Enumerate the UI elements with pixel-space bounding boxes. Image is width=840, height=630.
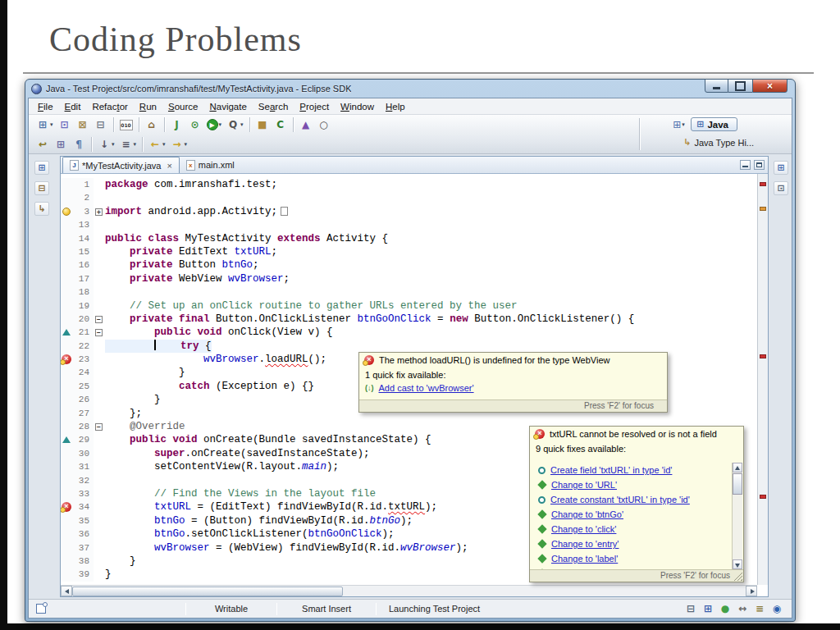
quick-fix-link[interactable]: Create field 'txtURL' in type 'id' [550,465,672,475]
external-tools-icon[interactable]: Q▾ [225,117,245,132]
update-icon[interactable]: ⌂ [144,117,160,132]
menu-help[interactable]: Help [380,100,411,113]
menu-edit[interactable]: Edit [59,100,87,113]
window-titlebar[interactable]: Java - Test Project/src/com/imranshafi/t… [25,80,795,98]
quick-fix-item[interactable]: (↓) Add cast to 'wvBrowser' [359,381,667,395]
dropdown-arrow-icon[interactable]: ▾ [112,141,115,148]
back-icon[interactable]: ←▾ [147,137,167,152]
fold-collapse-icon[interactable]: − [95,423,103,431]
scroll-up-icon[interactable] [733,463,742,472]
dropdown-arrow-icon[interactable]: ▾ [134,141,137,148]
dropdown-arrow-icon[interactable]: ▾ [185,141,188,148]
quick-fix-link[interactable]: Add cast to 'wvBrowser' [379,383,474,393]
debug-icon[interactable]: ⊙ [187,117,203,132]
quick-fix-item[interactable]: Change to 'btnGo' [532,507,732,522]
quick-fix-link[interactable]: Change to 'btnGo' [551,509,623,519]
fold-expand-icon[interactable]: + [95,208,103,216]
tab--mytestactivity-java[interactable]: J*MyTestActivity.java× [62,157,180,173]
dropdown-arrow-icon[interactable]: ▾ [219,121,222,128]
maximize-view-icon[interactable] [754,160,765,170]
quick-fix-link[interactable]: Create constant 'txtURL' in type 'id' [550,495,690,504]
menu-search[interactable]: Search [253,100,294,113]
sort-icon[interactable]: ↓▾ [96,137,116,152]
menu-navigate[interactable]: Navigate [203,100,252,113]
filter-icon[interactable]: ≡▾ [118,137,139,152]
run-icon[interactable]: ▶▾ [205,118,224,131]
scroll-down-icon[interactable] [733,559,742,569]
quick-fix-link[interactable]: Change to 'click' [551,524,616,534]
menu-refactor[interactable]: Refactor [86,100,133,113]
package-explorer-icon[interactable]: ⊟ [34,181,49,195]
close-button[interactable] [752,79,788,93]
menu-source[interactable]: Source [162,100,203,113]
java-type-hierarchy-button[interactable]: ↳ Java Type Hi... [683,137,754,148]
maximize-button[interactable] [728,79,752,93]
sync-icon[interactable]: ↔ [736,602,749,615]
scroll-left-icon[interactable] [61,586,72,596]
quick-fix-link[interactable]: Change to 'label' [551,554,618,564]
search-icon[interactable]: ○ [316,117,332,132]
quick-fix-item[interactable]: Change to 'URL' [532,477,732,492]
minimize-view-icon[interactable] [740,160,751,170]
new-class-icon[interactable]: C [272,117,289,132]
show-whitespace-icon[interactable]: ¶ [71,137,87,152]
quick-fix-item[interactable]: Create constant 'txtURL' in type 'id' [532,492,732,507]
scroll-right-icon[interactable] [746,586,757,596]
quick-fix-link[interactable]: Change to 'URL' [551,480,617,490]
dropdown-arrow-icon[interactable]: ▾ [240,121,244,128]
quick-fix-item[interactable]: Change to 'entry' [532,536,732,551]
forward-icon[interactable]: →▾ [169,137,189,152]
error-quickfix-icon[interactable] [62,502,71,512]
fold-collapse-icon[interactable]: − [95,316,103,323]
scroll-thumb[interactable] [72,587,343,596]
console-icon[interactable]: ⊞ [701,602,714,615]
minimize-button[interactable] [705,79,728,93]
annotation-marker[interactable] [760,354,766,358]
collapsed-region-icon[interactable] [281,207,288,216]
java-perspective-button[interactable]: ⊞ Java [691,117,737,131]
quick-fix-item[interactable]: Change to 'label' [532,551,732,566]
junit-icon[interactable]: J [169,117,185,132]
menu-window[interactable]: Window [335,100,380,113]
annotation-marker[interactable] [760,182,766,186]
error-log-icon[interactable]: ≡ [753,602,766,615]
new-wizard-icon[interactable]: ⊞▾ [34,117,55,132]
open-type-icon[interactable]: ▲ [298,117,314,132]
fast-view-bar-icon[interactable] [36,604,46,614]
tooltip-scrollbar[interactable] [732,463,742,569]
new-java-project-icon[interactable]: ■ [254,117,271,132]
annotation-marker[interactable] [760,495,766,499]
fold-collapse-icon[interactable]: − [95,329,103,336]
scroll-thumb[interactable] [733,473,742,495]
horizontal-scrollbar[interactable] [61,585,757,596]
android-icon[interactable]: ● [719,602,732,615]
menu-run[interactable]: Run [134,100,162,113]
open-perspective-icon[interactable]: ⊞▾ [673,119,687,130]
binary-icon[interactable]: 010 [118,119,135,131]
status-bar: Writable Smart Insert Launching Test Pro… [29,599,792,618]
close-tab-icon[interactable]: × [167,161,171,171]
error-quickfix-icon[interactable] [62,354,71,364]
dropdown-arrow-icon[interactable]: ▾ [162,141,166,148]
last-edit-location-icon[interactable]: ↩ [34,137,51,152]
tab-main-xml[interactable]: xmain.xml [180,157,241,173]
save-icon[interactable]: ⊡ [57,117,73,132]
quick-fix-item[interactable]: Change to 'click' [532,522,732,536]
print-icon[interactable]: ⊟ [93,117,109,132]
menu-project[interactable]: Project [294,100,335,113]
annotation-marker[interactable] [760,207,766,211]
quick-fix-item[interactable]: Create field 'txtURL' in type 'id' [532,463,732,477]
dropdown-arrow-icon[interactable]: ▾ [50,121,53,128]
quick-fix-link[interactable]: Change to 'entry' [551,539,619,549]
restore-right-view-icon[interactable]: ⊡ [774,181,788,195]
menu-file[interactable]: File [32,100,59,113]
mail-icon[interactable]: ⊠ [75,117,91,132]
type-hierarchy-view-icon[interactable]: ↳ [34,202,49,216]
info-icon[interactable]: ◉ [770,602,783,615]
overview-ruler[interactable] [757,174,768,585]
restore-view-icon[interactable]: ⊞ [34,161,49,175]
fold-column [94,258,105,272]
outline-view-icon[interactable]: ⊞ [774,161,788,175]
fast-view-icon[interactable]: ⊟ [684,602,697,615]
show-source-icon[interactable]: ⊞ [52,137,69,152]
